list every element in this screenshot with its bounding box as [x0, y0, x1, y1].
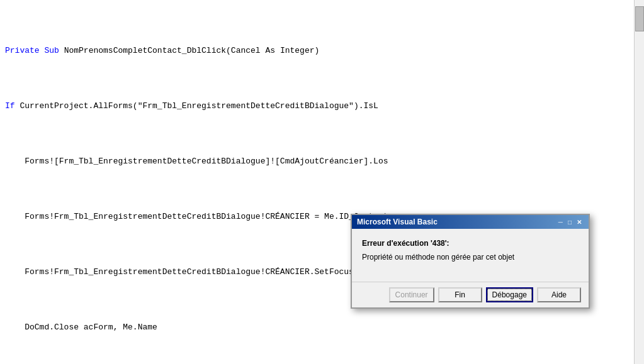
close-icon[interactable]: ✕	[575, 219, 584, 226]
dialog-error-title: Erreur d'exécution '438':	[362, 239, 579, 248]
dialog-title-icons: ─ □ ✕	[556, 219, 584, 226]
code-line: If CurrentProject.AllForms("Frm_Tbl_Enre…	[0, 99, 644, 113]
code-content: Private Sub NomPrenomsCompletContact_Dbl…	[0, 0, 644, 364]
continue-button[interactable]: Continuer	[389, 287, 434, 302]
minimize-icon[interactable]: ─	[556, 219, 565, 226]
code-line: Forms![Frm_Tbl_EnregistrementDetteCredit…	[0, 155, 644, 168]
code-line: DoCmd.Close acForm, Me.Name	[0, 321, 644, 334]
dialog-titlebar: Microsoft Visual Basic ─ □ ✕	[352, 215, 589, 229]
scrollbar-thumb[interactable]	[635, 6, 644, 31]
code-line: Private Sub NomPrenomsCompletContact_Dbl…	[0, 44, 644, 58]
debogage-button[interactable]: Débogage	[486, 287, 533, 302]
code-editor: Private Sub NomPrenomsCompletContact_Dbl…	[0, 0, 644, 364]
dialog-error-message: Propriété ou méthode non gérée par cet o…	[362, 253, 579, 262]
aide-button[interactable]: Aide	[537, 287, 581, 302]
dialog-body: Erreur d'exécution '438': Propriété ou m…	[352, 229, 589, 282]
scrollbar[interactable]	[634, 0, 644, 364]
dialog-title: Microsoft Visual Basic	[357, 218, 438, 226]
fin-button[interactable]: Fin	[438, 287, 482, 302]
dialog-buttons: Continuer Fin Débogage Aide	[352, 282, 589, 307]
maximize-icon[interactable]: □	[566, 219, 573, 226]
error-dialog[interactable]: Microsoft Visual Basic ─ □ ✕ Erreur d'ex…	[351, 214, 590, 309]
